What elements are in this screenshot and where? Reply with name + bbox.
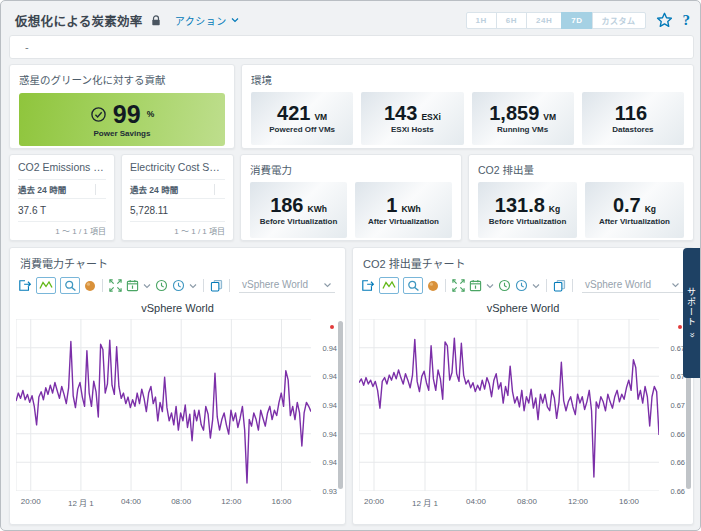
x-axis-tick-label: 04:00 [466, 497, 486, 506]
x-axis-tick-label: 16:00 [619, 497, 639, 506]
y-axis-tick-label: 0.66 [670, 429, 685, 438]
refresh-clock-icon[interactable] [155, 279, 168, 292]
stat-value: 1 [386, 195, 397, 215]
column-divider[interactable] [95, 184, 96, 195]
time-settings-icon[interactable] [172, 279, 185, 292]
stat-value: 186 [270, 195, 303, 215]
chevron-down-icon [323, 282, 332, 288]
chevron-down-icon[interactable] [189, 283, 197, 289]
y-axis-tick-label: 0.66 [670, 487, 685, 496]
dashboard-filter-bar[interactable]: - [9, 35, 694, 59]
chevron-down-icon [671, 282, 680, 288]
dashboard-page: 仮想化による炭素効率 アクション 1H 6H 24H 7D カスタム ? - [0, 0, 701, 531]
x-axis-tick-label: 08:00 [171, 497, 191, 506]
y-axis-tick-label: 0.94 [322, 401, 337, 410]
panel-title: CO2 Emissions Saved (... [18, 161, 106, 173]
refresh-clock-icon[interactable] [498, 279, 511, 292]
check-circle-icon [90, 106, 107, 123]
fit-view-icon[interactable] [452, 279, 465, 292]
chart-body: 0.940.940.940.940.940.93 20:0012 月 104:0… [10, 319, 345, 519]
column-label: 過去 24 時間 [130, 183, 178, 195]
line-chart-type-icon[interactable] [36, 277, 56, 294]
calendar-icon[interactable] [126, 279, 139, 292]
toolbar-divider [203, 279, 204, 292]
toolbar-divider [229, 279, 230, 292]
x-axis-tick-label: 08:00 [517, 497, 537, 506]
actions-menu-label: アクション [175, 13, 227, 28]
y-axis-tick-label: 0.94 [322, 458, 337, 467]
x-axis-tick-label: 12 月 1 [412, 497, 438, 508]
grid-cell-value[interactable]: 5,728.11 [130, 199, 225, 222]
chart-scrollbar[interactable] [338, 321, 343, 489]
line-chart-type-icon[interactable] [379, 277, 399, 294]
x-axis-tick-label: 16:00 [271, 497, 291, 506]
time-range-1h[interactable]: 1H [466, 12, 497, 29]
time-range-6h[interactable]: 6H [496, 12, 527, 29]
pan-mode-icon[interactable] [84, 280, 96, 292]
support-panel-tab[interactable]: サポート « [683, 248, 700, 378]
time-range-7d[interactable]: 7D [561, 12, 592, 29]
environment-panel: 環境 421 VM Powered Off VMs 143 ESXi ESXi … [241, 64, 694, 149]
time-settings-icon[interactable] [515, 279, 528, 292]
column-divider[interactable] [214, 184, 215, 195]
stat-label: Before Virtualization [489, 217, 567, 226]
panel-title: Electricity Cost Saving [130, 161, 225, 173]
chart-canvas[interactable] [359, 319, 659, 491]
x-axis: 20:0012 月 104:0008:0012:0016:00 [16, 495, 311, 509]
time-range-custom[interactable]: カスタム [592, 12, 646, 29]
chevron-down-icon[interactable] [532, 283, 540, 289]
chevron-down-icon[interactable] [143, 283, 151, 289]
electricity-cost-saving-panel: Electricity Cost Saving 過去 24 時間 5,728.1… [121, 154, 234, 241]
alert-dot [330, 325, 334, 329]
column-label: 過去 24 時間 [18, 183, 66, 195]
help-icon[interactable]: ? [683, 12, 691, 29]
y-axis-tick-label: 0.93 [322, 487, 337, 496]
stat-tile-datastores: 116 Datastores [582, 92, 684, 145]
page-title: 仮想化による炭素効率 [15, 11, 143, 30]
stat-tile-powered-off-vms: 421 VM Powered Off VMs [251, 92, 353, 145]
grid-column-header[interactable]: 過去 24 時間 [18, 179, 106, 199]
export-chart-icon[interactable] [361, 279, 375, 292]
stat-label: Running VMs [497, 125, 548, 134]
stat-label: Datastores [612, 125, 653, 134]
stat-unit: KWh [308, 204, 327, 214]
power-savings-unit: % [147, 109, 155, 119]
export-chart-icon[interactable] [18, 279, 32, 292]
copy-chart-icon[interactable] [553, 279, 566, 292]
zoom-mode-icon[interactable] [60, 277, 80, 294]
toolbar-divider [445, 279, 446, 292]
stat-unit: VM [314, 112, 327, 122]
lock-icon [151, 15, 161, 26]
header-right-controls: 1H 6H 24H 7D カスタム ? [466, 12, 690, 29]
stat-value: 0.7 [613, 195, 641, 215]
chart-body: 0.670.670.670.660.660.66 20:0012 月 104:0… [353, 319, 693, 519]
toolbar-divider [546, 279, 547, 292]
stat-value: 1,859 [489, 103, 539, 123]
actions-menu-button[interactable]: アクション [175, 13, 239, 28]
panel-title: CO2 排出量チャート [353, 248, 693, 275]
stat-tile-running-vms: 1,859 VM Running VMs [472, 92, 574, 145]
metric-selector[interactable]: vSphere World [239, 278, 335, 293]
calendar-icon[interactable] [469, 279, 482, 292]
chart-canvas[interactable] [16, 319, 311, 491]
stat-unit: ESXi [421, 112, 440, 122]
fit-view-icon[interactable] [109, 279, 122, 292]
metric-selector[interactable]: vSphere World [582, 278, 683, 293]
chart-toolbar: vSphere World [353, 275, 693, 297]
chevron-down-icon[interactable] [486, 283, 494, 289]
y-axis: 0.940.940.940.940.940.93 [313, 319, 337, 491]
grid-column-header[interactable]: 過去 24 時間 [130, 179, 225, 199]
stat-value: 116 [615, 103, 647, 123]
time-range-24h[interactable]: 24H [526, 12, 562, 29]
stat-label: Powered Off VMs [269, 125, 335, 134]
green-contribution-panel: 惑星のグリーン化に対する貢献 99 % Power Savings [9, 64, 235, 149]
support-tab-label: サポート [685, 287, 698, 327]
zoom-mode-icon[interactable] [403, 277, 423, 294]
y-axis: 0.670.670.670.660.660.66 [661, 319, 685, 491]
stat-label: After Virtualization [368, 217, 439, 226]
metric-selector-value: vSphere World [585, 279, 651, 290]
favorite-star-icon[interactable] [656, 12, 673, 28]
pan-mode-icon[interactable] [427, 280, 439, 292]
copy-chart-icon[interactable] [210, 279, 223, 292]
grid-cell-value[interactable]: 37.6 T [18, 199, 106, 222]
